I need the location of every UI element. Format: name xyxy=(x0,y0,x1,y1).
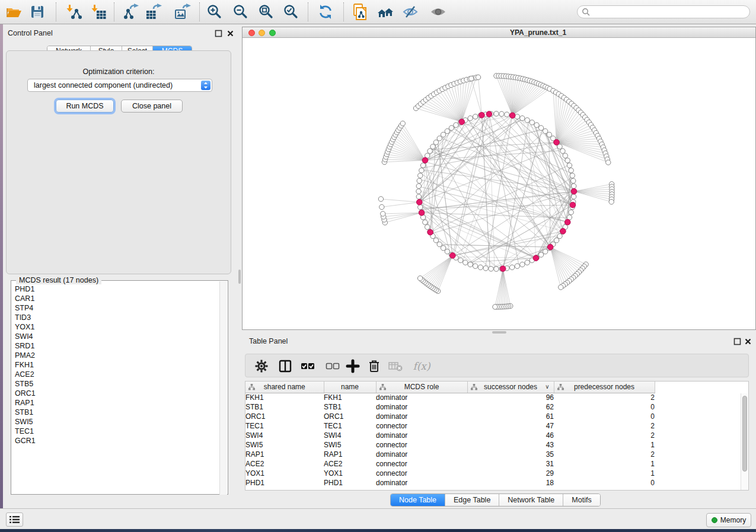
sort-desc-icon: ∨ xyxy=(545,383,550,390)
mcds-result-item[interactable]: PMA2 xyxy=(15,351,216,360)
column-header-predecessor-nodes[interactable]: predecessor nodes xyxy=(554,382,655,393)
workspace-region: YPA_prune.txt_1 Table Panel xyxy=(242,24,756,508)
toolbar-separator xyxy=(199,2,200,21)
import-network-icon[interactable] xyxy=(66,4,82,20)
task-history-icon[interactable] xyxy=(6,512,23,527)
memory-button[interactable]: Memory xyxy=(706,513,751,527)
open-file-icon[interactable] xyxy=(5,4,22,20)
table-header-row: shared name name MCDS role successor nod… xyxy=(245,382,655,393)
export-table-icon[interactable] xyxy=(145,4,162,20)
table-row[interactable]: STB1STB1dominator620 xyxy=(245,402,655,412)
zoom-in-icon[interactable] xyxy=(206,4,223,20)
settings-gear-icon[interactable] xyxy=(254,359,269,373)
delete-table-icon xyxy=(388,359,403,373)
network-view-window: YPA_prune.txt_1 xyxy=(242,27,756,330)
add-column-icon[interactable] xyxy=(346,359,360,373)
zoom-out-icon[interactable] xyxy=(232,4,249,20)
show-columns-icon[interactable] xyxy=(278,359,292,373)
splitter-grip xyxy=(492,331,506,334)
mcds-result-item[interactable]: RAP1 xyxy=(15,398,216,408)
toolbar-search xyxy=(577,5,750,18)
refresh-view-icon[interactable] xyxy=(317,4,334,20)
table-scrollbar[interactable] xyxy=(741,393,748,490)
tab-motifs[interactable]: Motifs xyxy=(563,494,599,506)
toolbar-separator xyxy=(343,2,344,21)
mcds-result-item[interactable]: ACE2 xyxy=(15,370,216,379)
mcds-options-panel: Optimization criterion: largest connecte… xyxy=(6,50,231,274)
splitter-grip xyxy=(238,270,241,284)
column-header-shared-name[interactable]: shared name xyxy=(245,382,324,393)
table-row[interactable]: FKH1FKH1dominator962 xyxy=(245,393,655,402)
main-toolbar xyxy=(0,0,756,24)
vertical-splitter[interactable] xyxy=(237,24,242,508)
table-row[interactable]: YOX1YOX1connector291 xyxy=(245,469,655,478)
delete-column-icon[interactable] xyxy=(367,359,381,373)
table-row[interactable]: PHD1PHD1dominator180 xyxy=(245,478,655,488)
control-panel-title: Control Panel xyxy=(8,29,53,37)
mcds-result-item[interactable]: STB1 xyxy=(15,408,216,417)
shared-column-icon xyxy=(379,384,386,390)
tab-edge-table[interactable]: Edge Table xyxy=(445,494,499,506)
mcds-result-item[interactable]: STB5 xyxy=(15,379,216,389)
table-row[interactable]: SWI5SWI5connector431 xyxy=(245,440,655,450)
close-mcds-panel-button[interactable]: Close panel xyxy=(121,100,183,113)
mcds-result-item[interactable]: ORC1 xyxy=(15,389,216,398)
save-session-icon[interactable] xyxy=(29,4,46,20)
first-neighbors-icon[interactable] xyxy=(377,4,394,20)
table-row[interactable]: SWI4SWI4dominator462 xyxy=(245,431,655,440)
column-header-mcds-role[interactable]: MCDS role xyxy=(376,382,467,393)
float-panel-icon[interactable] xyxy=(733,338,741,345)
shared-column-icon xyxy=(471,384,477,390)
table-row[interactable]: ORC1ORC1dominator610 xyxy=(245,412,655,421)
mcds-result-item[interactable]: STP4 xyxy=(15,303,216,313)
zoom-fit-icon[interactable] xyxy=(258,4,275,20)
mcds-result-item[interactable]: SRD1 xyxy=(15,341,216,351)
zoom-selected-icon[interactable] xyxy=(283,4,299,20)
run-mcds-button[interactable]: Run MCDS xyxy=(56,100,114,113)
mcds-result-scrollbar[interactable] xyxy=(219,281,227,495)
mcds-result-item[interactable]: TID3 xyxy=(15,313,216,322)
table-panel: Table Panel xyxy=(242,335,756,508)
mcds-result-item[interactable]: CAR1 xyxy=(15,294,216,303)
mcds-result-item[interactable]: FKH1 xyxy=(15,360,216,370)
network-window-titlebar[interactable]: YPA_prune.txt_1 xyxy=(243,27,755,38)
column-header-successor-nodes[interactable]: successor nodes ∨ xyxy=(467,382,554,393)
table-row[interactable]: TEC1TEC1connector472 xyxy=(245,421,655,431)
export-image-icon[interactable] xyxy=(174,4,191,20)
node-table-container: shared name name MCDS role successor nod… xyxy=(245,381,749,491)
tab-network-table[interactable]: Network Table xyxy=(499,494,563,506)
mcds-result-item[interactable]: SWI5 xyxy=(15,417,216,427)
hide-selected-icon[interactable] xyxy=(402,4,419,20)
tab-node-table[interactable]: Node Table xyxy=(391,494,445,506)
node-table-body[interactable]: FKH1FKH1dominator962STB1STB1dominator620… xyxy=(245,393,655,488)
unselect-all-icon[interactable] xyxy=(326,359,340,373)
select-all-icon[interactable] xyxy=(301,359,315,373)
float-panel-icon[interactable] xyxy=(215,30,222,37)
export-network-icon[interactable] xyxy=(123,4,140,20)
toolbar-separator xyxy=(114,2,114,21)
table-row[interactable]: RAP1RAP1dominator352 xyxy=(245,450,655,459)
close-panel-icon[interactable] xyxy=(227,30,234,37)
optimization-criterion-label: Optimization criterion: xyxy=(7,68,231,76)
memory-status-icon xyxy=(712,517,717,523)
table-row[interactable]: ACE2ACE2connector311 xyxy=(245,459,655,469)
network-graph[interactable] xyxy=(243,39,755,329)
search-input[interactable] xyxy=(577,5,750,18)
horizontal-splitter[interactable] xyxy=(242,330,756,335)
column-header-name[interactable]: name xyxy=(324,382,376,393)
scrollbar-thumb[interactable] xyxy=(742,396,747,472)
cytoscape-app: Control Panel Network Style Select MCDS … xyxy=(0,0,756,532)
clone-network-icon[interactable] xyxy=(352,4,368,20)
mcds-result-item[interactable]: SWI4 xyxy=(15,332,216,341)
mcds-result-item[interactable]: GCR1 xyxy=(15,436,216,446)
import-table-icon[interactable] xyxy=(91,4,107,20)
shared-column-icon xyxy=(557,384,564,390)
mcds-result-item[interactable]: TEC1 xyxy=(15,427,216,436)
show-all-icon[interactable] xyxy=(430,4,446,20)
optimization-criterion-value: largest connected component (undirected) xyxy=(34,81,173,89)
mcds-result-list[interactable]: PHD1CAR1STP4TID3YOX1SWI4SRD1PMA2FKH1ACE2… xyxy=(15,284,216,492)
optimization-criterion-select[interactable]: largest connected component (undirected) xyxy=(27,79,212,92)
close-panel-icon[interactable] xyxy=(744,338,752,345)
mcds-result-item[interactable]: PHD1 xyxy=(15,284,216,294)
mcds-result-item[interactable]: YOX1 xyxy=(15,322,216,332)
